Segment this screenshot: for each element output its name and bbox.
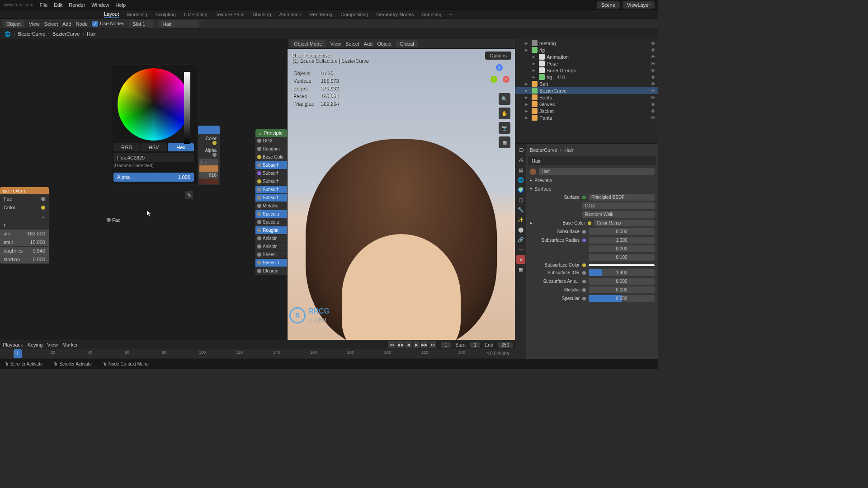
outliner-item[interactable]: ▸Pants👁 — [515, 114, 658, 121]
principled-input[interactable]: Subsurf — [255, 186, 287, 194]
ws-layout[interactable]: Layout — [104, 11, 119, 18]
subc-swatch[interactable] — [589, 264, 655, 266]
ws-uv[interactable]: UV Editing — [184, 12, 208, 17]
chevron-down-icon[interactable]: ⌄ — [41, 213, 45, 219]
jump-start-button[interactable]: ⏮ — [388, 341, 396, 348]
ws-sculpting[interactable]: Sculpting — [156, 12, 176, 17]
usenodes-toggle[interactable]: ✓Use Nodes — [92, 21, 124, 27]
pan-icon[interactable]: ✋ — [499, 108, 510, 119]
dist-ggx[interactable]: GGX — [582, 202, 655, 209]
vp-select[interactable]: Select — [345, 41, 359, 47]
principled-input[interactable]: GGX — [255, 137, 287, 145]
ws-rendering[interactable]: Rendering — [309, 12, 332, 17]
ws-compositing[interactable]: Compositing — [340, 12, 368, 17]
principled-input[interactable]: Anisotr — [255, 243, 287, 251]
noise-scale[interactable]: 163.800 — [27, 231, 45, 236]
principled-input[interactable]: Specula — [255, 210, 287, 218]
principled-input[interactable]: Random — [255, 145, 287, 153]
subr-z[interactable]: 0.100 — [589, 254, 655, 261]
alpha-slider[interactable]: Alpha 1.000 — [113, 173, 194, 182]
principled-input[interactable]: Anisotr — [255, 235, 287, 243]
cr-pos[interactable]: 816 — [199, 172, 218, 178]
nt-select[interactable]: Select — [44, 21, 58, 27]
outliner-item[interactable]: ▸Bone Groups👁 — [515, 67, 658, 74]
subsurf-method[interactable]: Random Walk — [582, 211, 655, 218]
nav-gizmo[interactable]: ZYX — [489, 64, 510, 86]
outliner-item[interactable]: ▸Jacket👁 — [515, 108, 658, 114]
hex-tab[interactable]: Hex — [168, 143, 194, 151]
file-menu[interactable]: File — [40, 2, 48, 8]
noise-texture-node[interactable]: ise Texture Fac Color ⌄ r ale163.800 eta… — [0, 187, 49, 264]
spec-val[interactable]: 0.500 — [589, 295, 655, 302]
suba-val[interactable]: 0.000 — [589, 278, 655, 285]
ptab-render[interactable]: 🖵 — [516, 145, 525, 155]
vp-add[interactable]: Add — [364, 41, 373, 47]
ptab-constraint[interactable]: 🔗 — [516, 235, 525, 244]
ptab-texture[interactable]: ▦ — [516, 265, 525, 274]
tl-playback[interactable]: Playback — [3, 342, 23, 347]
principled-input[interactable]: Clearco — [255, 267, 287, 275]
value-slider[interactable] — [184, 72, 190, 144]
principled-input[interactable]: Sheen T — [255, 259, 287, 267]
timeline-ruler[interactable]: 1 120406080100120140160180200220240 — [0, 349, 515, 358]
hsv-tab[interactable]: HSV — [141, 143, 167, 151]
scene-field[interactable]: Scene — [597, 1, 620, 9]
principled-input[interactable]: Subsurf — [255, 169, 287, 178]
props-bc-object[interactable]: BezierCurve — [530, 147, 557, 153]
ptab-object[interactable]: ▢ — [516, 195, 525, 204]
play-rev-button[interactable]: ◀ — [405, 341, 412, 348]
ptab-viewlayer[interactable]: ▤ — [516, 165, 525, 174]
preview-panel[interactable]: Preview — [534, 178, 552, 183]
color-wheel[interactable] — [118, 68, 190, 141]
mode-dropdown[interactable]: Object — [3, 20, 24, 28]
hex-input[interactable]: Hex:4C2829 — [113, 153, 194, 162]
edit-menu[interactable]: Edit — [54, 2, 62, 8]
ptab-particle[interactable]: ✨ — [516, 215, 525, 224]
material-slot[interactable]: Hair — [528, 156, 656, 165]
material-name-field[interactable]: Hair — [539, 168, 655, 175]
eyedropper-button[interactable]: ✎ — [185, 191, 193, 199]
chevron-down-icon[interactable]: ⌄ — [258, 130, 262, 136]
ptab-physics[interactable]: ⬤ — [516, 225, 525, 234]
tl-view[interactable]: View — [47, 342, 58, 347]
ws-modeling[interactable]: Modeling — [127, 12, 147, 17]
end-frame[interactable]: 250 — [498, 342, 513, 348]
noise-rough[interactable]: 0.540 — [33, 248, 45, 253]
outliner-item[interactable]: ▸rig👁 — [515, 47, 658, 53]
jump-end-button[interactable]: ⏭ — [429, 341, 436, 348]
nt-view[interactable]: View — [29, 21, 40, 27]
ws-shading[interactable]: Shading — [253, 12, 271, 17]
nt-add[interactable]: Add — [62, 21, 71, 27]
vp-object[interactable]: Object — [377, 41, 392, 47]
material-field[interactable]: Hair — [159, 20, 199, 28]
bc-home-icon[interactable]: 🌐 — [5, 31, 11, 37]
principled-input[interactable]: Subsurf — [255, 194, 287, 202]
camera-icon[interactable]: 📷 — [499, 122, 510, 134]
ws-geonodes[interactable]: Geometry Nodes — [376, 12, 414, 17]
outliner-item[interactable]: ▸Boots👁 — [515, 94, 658, 101]
outliner-item[interactable]: ▸Animation👁 — [515, 53, 658, 60]
ptab-world[interactable]: 🌍 — [516, 185, 525, 194]
principled-input[interactable]: Metallic — [255, 202, 287, 210]
colorramp-node[interactable]: Color Alpha r ⌄ 816 — [198, 126, 220, 185]
bc-data[interactable]: BezierCurve — [52, 31, 80, 37]
bc-object[interactable]: BezierCurve — [18, 31, 46, 37]
principled-input[interactable]: Subsurf — [255, 178, 287, 186]
principled-input[interactable]: Roughn — [255, 226, 287, 235]
subr-x[interactable]: 1.000 — [589, 237, 655, 244]
outliner-item[interactable]: ▸BezierCurve👁 — [515, 87, 658, 94]
help-menu[interactable]: Help — [115, 2, 126, 8]
rgb-tab[interactable]: RGB — [113, 143, 140, 151]
ptab-material[interactable]: ● — [516, 255, 525, 264]
outliner-item[interactable]: ▸metarig👁 — [515, 40, 658, 47]
subi-val[interactable]: 1.400 — [589, 269, 655, 276]
cr-color-swatch[interactable] — [199, 178, 218, 184]
color-picker-popup[interactable]: RGB HSV Hex Hex:4C2829 (Gamma Corrected)… — [110, 64, 197, 185]
outliner-item[interactable]: ▸Gloves👁 — [515, 101, 658, 108]
surface-shader[interactable]: Principled BSDF — [589, 194, 655, 201]
principled-input[interactable]: Specula — [255, 218, 287, 226]
ws-add[interactable]: + — [449, 12, 452, 17]
timeline[interactable]: Playback Keying View Marker ⏮ ◀◀ ◀ ▶ ▶▶ … — [0, 340, 515, 359]
noise-node-header[interactable]: ise Texture — [0, 187, 49, 194]
outliner-item[interactable]: ▸Pose👁 — [515, 60, 658, 67]
